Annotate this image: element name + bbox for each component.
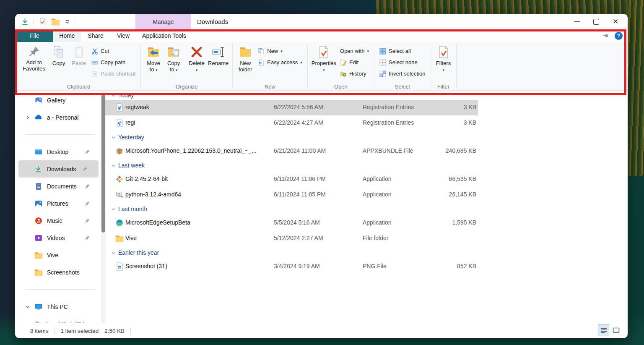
open-with-button[interactable]: Open with ▾	[338, 45, 371, 57]
sidebar-item-pictures[interactable]: Pictures	[15, 195, 101, 212]
rename-button[interactable]: Rename	[207, 45, 230, 67]
sidebar-item-videos[interactable]: Videos	[15, 229, 101, 246]
sidebar-item-desktop[interactable]: Desktop	[15, 143, 101, 160]
dropdown-arrow-icon: ▾	[176, 68, 178, 72]
file-row-yourphone[interactable]: Microsoft.YourPhone_1.22062.153.0_neutra…	[105, 144, 478, 159]
copy-to-icon	[167, 45, 180, 59]
paste-shortcut-button[interactable]: Paste shortcut	[89, 68, 138, 79]
group-label: Filter	[431, 84, 456, 90]
close-button[interactable]: ✕	[606, 14, 625, 29]
sidebar-item-onedrive-personal[interactable]: a - Personal	[15, 109, 101, 126]
local-disk-icon	[34, 320, 42, 323]
documents-icon	[34, 182, 43, 191]
delete-icon	[190, 45, 203, 59]
desktop-icon	[34, 148, 43, 156]
sidebar-item-documents[interactable]: Documents	[15, 178, 101, 195]
sidebar-item-local-disk[interactable]: Local Disk (C:)	[15, 315, 101, 323]
ribbon: Add to Favorites Copy Paste Cu	[15, 42, 628, 91]
properties-check-icon[interactable]	[39, 18, 47, 26]
move-to-icon	[147, 45, 160, 59]
copy-to-button[interactable]: Copyto ▾	[164, 45, 184, 74]
filters-icon	[437, 45, 450, 59]
ribbon-group-filter: Filters ▾ Filter	[431, 42, 456, 91]
help-icon[interactable]: ?	[615, 32, 623, 40]
cut-icon	[91, 48, 98, 55]
tab-home[interactable]: Home	[53, 29, 81, 42]
file-row-vive-folder[interactable]: Vive 5/12/2024 2:27 AM File folder	[105, 231, 478, 246]
file-row-regtweak[interactable]: regtweak 6/22/2024 5:56 AM Registration …	[105, 100, 478, 115]
icons-view-button[interactable]	[610, 324, 622, 336]
edit-button[interactable]: Edit	[338, 57, 371, 68]
move-to-button[interactable]: Moveto ▾	[143, 45, 164, 74]
chevron-down-icon	[111, 163, 116, 168]
copy-path-button[interactable]: Copy path	[89, 57, 138, 68]
paste-button[interactable]: Paste	[69, 45, 89, 67]
sidebar-item-gallery[interactable]: Gallery	[15, 91, 101, 109]
contextual-tab-manage[interactable]: Manage	[135, 14, 191, 29]
music-icon	[34, 217, 43, 225]
sidebar-item-downloads[interactable]: Downloads	[18, 160, 99, 178]
chevron-down-icon[interactable]	[25, 304, 34, 309]
selection-count: 1 item selected	[61, 328, 99, 334]
cut-button[interactable]: Cut	[89, 45, 138, 57]
file-row-regi[interactable]: regi 6/22/2024 4:27 AM Registration Entr…	[105, 115, 478, 131]
sidebar-item-music[interactable]: Music	[15, 212, 101, 229]
rename-icon	[212, 45, 225, 59]
group-header-today[interactable]: Today	[106, 91, 628, 100]
wallpaper-trees-right	[627, 0, 644, 176]
tab-view[interactable]: View	[110, 29, 136, 42]
group-header-earlier-this-year[interactable]: Earlier this year	[106, 246, 628, 259]
history-button[interactable]: History	[338, 68, 371, 79]
easy-access-button[interactable]: Easy access ▾	[255, 57, 305, 68]
file-row-python[interactable]: python-3.12.4-amd64 6/11/2024 11:05 PM A…	[105, 187, 478, 203]
select-all-button[interactable]: Select all	[377, 45, 428, 57]
view-toggle-buttons	[598, 324, 622, 336]
sidebar-item-vive[interactable]: Vive	[15, 246, 101, 264]
folder-icon[interactable]	[51, 18, 60, 26]
properties-button[interactable]: Properties ▾	[310, 45, 338, 73]
group-header-last-week[interactable]: Last week	[106, 159, 628, 172]
group-label: Organize	[141, 84, 232, 90]
file-row-edge-setup[interactable]: MicrosoftEdgeSetupBeta 5/5/2024 5:16 AM …	[105, 215, 478, 231]
copy-button[interactable]: Copy	[49, 45, 69, 67]
file-row-git[interactable]: Git-2.45.2-64-bit 6/11/2024 11:06 PM App…	[105, 172, 478, 187]
paste-icon	[72, 45, 86, 59]
history-icon	[340, 71, 347, 77]
edit-icon	[340, 59, 347, 66]
select-all-icon	[379, 48, 386, 55]
details-view-button[interactable]	[598, 324, 609, 336]
sidebar-item-this-pc[interactable]: This PC	[15, 298, 101, 315]
dropdown-arrow-icon: ▾	[280, 49, 283, 53]
chevron-right-icon[interactable]	[25, 115, 34, 120]
tab-file[interactable]: File	[16, 29, 53, 42]
sidebar-item-screenshots[interactable]: Screenshots	[15, 264, 101, 281]
qat-customize-chevron-icon[interactable]	[65, 19, 70, 24]
new-item-button[interactable]: New ▾	[255, 45, 305, 57]
filters-button[interactable]: Filters ▾	[434, 45, 454, 73]
minimize-button[interactable]	[567, 14, 587, 29]
new-folder-button[interactable]: Newfolder	[235, 45, 255, 73]
tab-application-tools[interactable]: Application Tools	[136, 29, 192, 42]
ribbon-group-new: Newfolder New ▾ Easy access ▾	[233, 42, 307, 91]
select-none-button[interactable]: Select none	[377, 57, 428, 68]
ribbon-group-open: Properties ▾ Open with ▾ Edit	[308, 42, 374, 91]
pictures-icon	[34, 199, 43, 208]
dropdown-arrow-icon: ▾	[323, 68, 325, 72]
group-header-yesterday[interactable]: Yesterday	[106, 131, 628, 144]
gallery-icon	[34, 96, 43, 105]
file-row-screenshot[interactable]: Screenshot (31) 3/4/2024 9:19 AM PNG Fil…	[105, 259, 478, 274]
add-to-favorites-button[interactable]: Add to Favorites	[19, 45, 49, 72]
pin-icon	[82, 166, 88, 172]
ribbon-group-clipboard: Add to Favorites Copy Paste Cu	[17, 42, 140, 91]
file-list: Today regtweak 6/22/2024 5:56 AM Registr…	[106, 91, 628, 323]
git-installer-icon	[115, 175, 124, 183]
sidebar-divider	[15, 126, 101, 143]
group-header-last-month[interactable]: Last month	[106, 203, 628, 215]
pin-ribbon-icon[interactable]	[602, 32, 609, 39]
invert-selection-button[interactable]: Invert selection	[377, 68, 428, 79]
ribbon-group-select: Select all Select none Invert selection …	[374, 42, 430, 91]
maximize-button[interactable]	[587, 14, 606, 29]
delete-button[interactable]: Delete ▾	[187, 45, 207, 73]
tab-share[interactable]: Share	[81, 29, 110, 42]
pin-icon	[84, 149, 90, 155]
